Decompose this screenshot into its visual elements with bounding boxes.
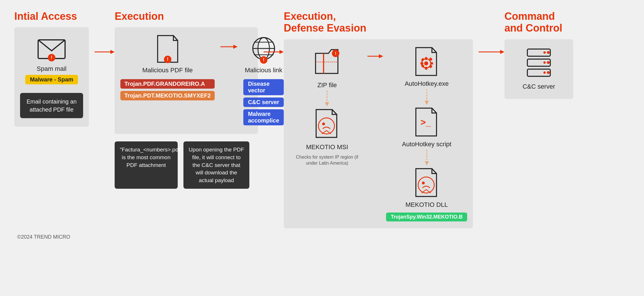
defense-col-1: ! ZIP file <box>289 46 365 166</box>
svg-rect-47 <box>527 49 550 56</box>
dashed-down-1 <box>323 91 331 106</box>
ahk-exe-icon <box>412 46 441 78</box>
execution-section: Execution ! Malicious PDF file Trojan.PD… <box>115 10 264 189</box>
arrow-icon-2 <box>264 48 284 56</box>
arrow-icon-small <box>220 43 238 51</box>
dll-icon <box>412 167 441 199</box>
svg-text:!: ! <box>263 57 264 62</box>
trojanspy-badge: TrojanSpy.Win32.MEKOTIO.B <box>386 213 467 221</box>
arrow-icon-4 <box>479 48 504 56</box>
dashed-down-2 <box>422 89 431 105</box>
zip-item: ! ZIP file <box>313 46 341 89</box>
msi-label: MEKOTIO MSI <box>306 143 348 151</box>
defense-title: Execution, Defense Evasion <box>284 10 479 34</box>
sections-row: Intial Access ! Spam mail Malware - Spam <box>0 0 644 231</box>
svg-marker-23 <box>325 102 329 106</box>
msi-sub-info: Checks for system IP region (if under La… <box>289 154 365 166</box>
execution-notes: "Factura_<numbers>.pdf" is the most comm… <box>115 141 264 189</box>
initial-access-info: Email containing an attached PDF file <box>20 93 83 118</box>
svg-marker-42 <box>425 161 429 165</box>
defense-col-2: AutoHotkey.exe >_ <box>386 46 467 221</box>
svg-rect-31 <box>425 67 427 70</box>
svg-marker-27 <box>379 54 383 58</box>
zip-icon: ! <box>313 46 341 79</box>
cnc-server-label: C&C server <box>522 83 555 90</box>
ahk-script-icon: >_ <box>412 107 441 138</box>
svg-text:!: ! <box>167 57 168 62</box>
svg-marker-4 <box>110 50 115 54</box>
page: Intial Access ! Spam mail Malware - Spam <box>0 0 644 296</box>
arrow-icon-1 <box>95 48 115 56</box>
cnc-section: Command and Control <box>504 10 585 99</box>
pdf-file-item: ! Malicious PDF file Trojan.PDF.GRANDORE… <box>120 34 215 100</box>
execution-title: Execution <box>115 10 264 22</box>
svg-point-51 <box>547 61 550 64</box>
envelope-icon: ! <box>36 34 67 63</box>
disease-vector-badge: Disease vector <box>243 79 284 95</box>
svg-point-24 <box>318 118 334 134</box>
pdf-file-icon: ! <box>155 34 181 64</box>
trojan-pdt-badge: Trojan.PDT.MEKOTIO.SMYXEF2 <box>120 91 215 100</box>
pdf-label: Malicious PDF file <box>142 67 193 74</box>
footer: ©2024 TREND MICRO <box>0 231 644 243</box>
malware-accomplice-badge: Malware accomplice <box>243 109 284 125</box>
svg-marker-8 <box>233 45 238 49</box>
ahk-exe-item: AutoHotkey.exe <box>405 46 449 87</box>
ahk-script-label: AutoHotkey script <box>402 141 451 148</box>
dashed-down-3 <box>422 150 431 165</box>
cnc-server-item: C&C server <box>522 46 555 90</box>
svg-point-25 <box>322 122 325 125</box>
initial-access-box: ! Spam mail Malware - Spam Email contain… <box>14 27 89 127</box>
svg-rect-53 <box>527 69 550 76</box>
arrow-pdf-globe <box>220 43 238 52</box>
spam-mail-item: ! Spam mail Malware - Spam <box>25 34 78 84</box>
defense-box: ! ZIP file <box>284 39 473 228</box>
msi-icon <box>313 108 341 141</box>
svg-marker-17 <box>279 50 284 54</box>
zip-label: ZIP file <box>317 81 337 89</box>
initial-access-section: Intial Access ! Spam mail Malware - Spam <box>14 10 95 127</box>
svg-text:>_: >_ <box>420 117 431 127</box>
execution-note-1: "Factura_<numbers>.pdf" is the most comm… <box>115 141 178 189</box>
arrow-1 <box>95 10 115 56</box>
malware-spam-badge: Malware - Spam <box>25 75 78 84</box>
ahk-script-item: >_ AutoHotkey script <box>402 107 451 148</box>
msi-item: MEKOTIO MSI Checks for system IP region … <box>289 108 365 166</box>
svg-point-55 <box>543 71 546 74</box>
dll-item: MEKOTIO DLL TrojanSpy.Win32.MEKOTIO.B <box>386 167 467 221</box>
spam-mail-label: Spam mail <box>37 65 66 73</box>
footer-text: ©2024 TREND MICRO <box>17 234 70 240</box>
cnc-server-badge: C&C server <box>243 98 284 107</box>
svg-point-52 <box>543 61 546 64</box>
svg-point-48 <box>547 51 550 54</box>
svg-rect-30 <box>425 57 427 60</box>
globe-label: Malicious link <box>245 67 282 74</box>
server-icon <box>523 46 555 81</box>
svg-rect-50 <box>527 59 550 66</box>
ahk-exe-label: AutoHotkey.exe <box>405 80 449 87</box>
globe-badges: Disease vector C&C server Malware accomp… <box>243 79 284 125</box>
dll-label: MEKOTIO DLL <box>406 201 448 209</box>
svg-point-49 <box>543 51 546 54</box>
arrow-icon-3 <box>367 52 383 61</box>
svg-text:!: ! <box>51 55 52 60</box>
execution-note-2: Upon opening the PDF file, it will conne… <box>183 141 249 189</box>
cnc-title: Command and Control <box>504 10 585 34</box>
svg-marker-46 <box>500 50 504 54</box>
pdf-badges: Trojan.PDF.GRANDOREIRO.A Trojan.PDT.MEKO… <box>120 79 215 100</box>
svg-text:!: ! <box>335 51 336 56</box>
svg-point-29 <box>424 61 428 65</box>
arrow-2 <box>264 10 284 56</box>
svg-marker-39 <box>425 101 429 105</box>
svg-point-44 <box>422 182 425 184</box>
svg-point-43 <box>418 177 434 193</box>
svg-rect-35 <box>429 65 432 68</box>
svg-rect-34 <box>421 58 424 61</box>
trojan-pdf-badge: Trojan.PDF.GRANDOREIRO.A <box>120 79 215 89</box>
execution-box: ! Malicious PDF file Trojan.PDF.GRANDORE… <box>115 27 258 134</box>
defense-evasion-section: Execution, Defense Evasion ! <box>284 10 479 228</box>
svg-point-54 <box>547 71 550 74</box>
svg-rect-33 <box>430 62 433 65</box>
arrow-zip-to-ahk <box>367 52 383 61</box>
initial-access-title: Intial Access <box>14 10 95 22</box>
